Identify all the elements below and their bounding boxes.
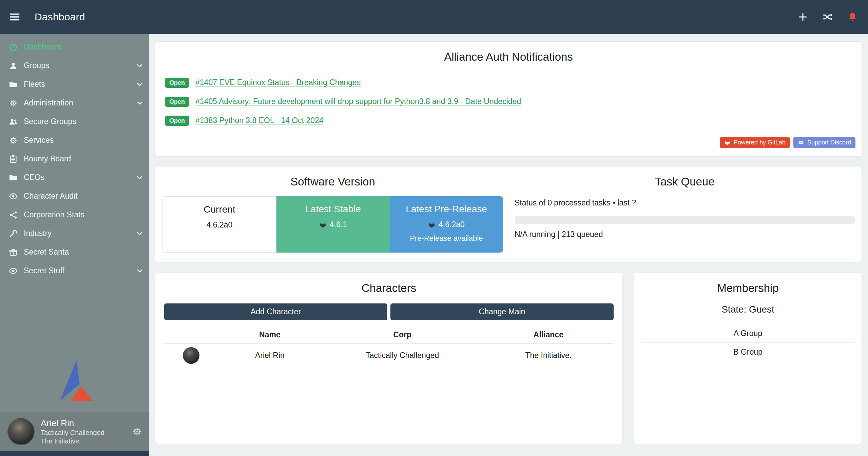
- characters-panel: Characters Add Character Change Main Nam…: [155, 273, 623, 444]
- page-title: Dashboard: [35, 11, 85, 23]
- chevron-down-icon: [135, 80, 144, 89]
- membership-groups-list: A Group B Group: [642, 324, 854, 361]
- notifications-footer: Powered by GitLab Support Discord: [155, 130, 862, 156]
- sidebar-item-label: Dashboard: [24, 42, 62, 52]
- sidebar-item-label: Services: [24, 136, 54, 145]
- corp-column-header: Corp: [322, 325, 483, 344]
- sidebar-item-services[interactable]: Services: [0, 131, 149, 150]
- task-queue-progress-bar: [515, 216, 855, 224]
- lower-panels-row: Characters Add Character Change Main Nam…: [155, 273, 862, 444]
- people-icon: [9, 117, 18, 126]
- alliance-logo: [55, 360, 94, 403]
- avatar-column-header: [164, 325, 218, 344]
- user-settings-gear-icon[interactable]: [132, 427, 142, 437]
- gitlab-tanuki-icon: [319, 221, 327, 229]
- version-cell-label: Current: [163, 204, 276, 215]
- character-corp: Tactically Challenged: [322, 344, 483, 367]
- gear-icon: [9, 136, 18, 145]
- sidebar-item-corporation-stats[interactable]: Corporation Stats: [0, 205, 149, 224]
- list-item: B Group: [642, 342, 854, 361]
- stable-version-value: 4.6.1: [330, 220, 347, 229]
- gitlab-tanuki-icon: [724, 139, 731, 146]
- sidebar-menu: Dashboard Groups Fleets Administration S…: [0, 34, 149, 280]
- sidebar-item-groups[interactable]: Groups: [0, 56, 149, 75]
- notifications-bell-icon[interactable]: [847, 12, 858, 22]
- version-cell-prerelease: Latest Pre-Release 4.6.2a0 Pre-Release a…: [390, 196, 503, 253]
- shuffle-icon[interactable]: [822, 12, 833, 22]
- discord-icon: [798, 139, 804, 146]
- task-queue-status: Status of 0 processed tasks • last ?: [515, 198, 855, 207]
- discord-badge[interactable]: Support Discord: [793, 137, 855, 148]
- sidebar-item-label: Administration: [24, 98, 73, 107]
- current-version-value: 4.6.2a0: [207, 220, 233, 230]
- sidebar-item-secret-santa[interactable]: Secret Santa: [0, 243, 149, 261]
- sidebar-item-secure-groups[interactable]: Secure Groups: [0, 112, 149, 131]
- prerelease-version-value: 4.6.2a0: [439, 220, 465, 229]
- prerelease-note: Pre-Release available: [390, 234, 503, 243]
- sidebar: Dashboard Groups Fleets Administration S…: [0, 34, 149, 456]
- chevron-down-icon: [135, 229, 144, 238]
- add-character-icon[interactable]: [798, 12, 808, 22]
- status-badge: Open: [165, 97, 189, 107]
- notification-row: Open #1407 EVE Equinox Status - Breaking…: [155, 73, 862, 92]
- characters-actions: Add Character Change Main: [164, 303, 614, 320]
- sidebar-item-secret-stuff[interactable]: Secret Stuff: [0, 261, 149, 280]
- chevron-down-icon: [135, 61, 144, 70]
- version-cell-current: Current 4.6.2a0: [162, 196, 276, 253]
- share-icon: [9, 211, 18, 219]
- user-avatar: [7, 418, 35, 445]
- notification-link[interactable]: #1405 Advisory: Future development will …: [195, 97, 521, 106]
- gitlab-tanuki-icon: [428, 221, 436, 229]
- wrench-icon: [9, 229, 18, 238]
- table-row: Ariel Rin Tactically Challenged The Init…: [164, 344, 614, 367]
- top-navbar: Dashboard: [0, 0, 868, 34]
- user-meta: Ariel Rin Tactically Challenged The Init…: [41, 418, 104, 446]
- list-item: A Group: [642, 324, 854, 342]
- sidebar-item-ceos[interactable]: CEOs: [0, 168, 149, 187]
- status-badge: Open: [165, 116, 189, 126]
- sidebar-item-industry[interactable]: Industry: [0, 224, 149, 243]
- characters-title: Characters: [155, 282, 622, 295]
- sidebar-item-label: Industry: [24, 229, 52, 238]
- dashboard-gauge-icon: [9, 43, 18, 52]
- add-character-button[interactable]: Add Character: [164, 303, 387, 320]
- character-alliance: The Initiative.: [483, 344, 614, 367]
- notifications-list: Open #1407 EVE Equinox Status - Breaking…: [155, 73, 862, 130]
- navbar-actions: [798, 12, 858, 22]
- sidebar-item-administration[interactable]: Administration: [0, 94, 149, 112]
- version-table: Current 4.6.2a0 Latest Stable 4.6.1 Late…: [162, 196, 503, 253]
- sidebar-item-label: Secure Groups: [24, 117, 76, 126]
- sidebar-item-fleets[interactable]: Fleets: [0, 75, 149, 94]
- gitlab-badge-label: Powered by GitLab: [734, 139, 786, 146]
- character-avatar: [183, 347, 199, 364]
- eye-icon: [9, 192, 18, 201]
- sidebar-item-label: Secret Santa: [24, 247, 69, 257]
- sidebar-footer-strip: [0, 451, 149, 456]
- main-content: Alliance Auth Notifications Open #1407 E…: [149, 34, 868, 456]
- sidebar-item-character-audit[interactable]: Character Audit: [0, 187, 149, 205]
- notification-link[interactable]: #1383 Python 3.8 EOL - 14 Oct 2024: [195, 116, 324, 125]
- version-cell-label: Latest Stable: [276, 204, 390, 215]
- change-main-button[interactable]: Change Main: [390, 303, 614, 320]
- hamburger-menu-icon[interactable]: [9, 11, 20, 23]
- task-queue-counts: N/A running | 213 queued: [515, 230, 855, 239]
- membership-state: State: Guest: [634, 304, 862, 315]
- software-version-panel: Software Version Current 4.6.2a0 Latest …: [155, 167, 862, 262]
- notification-row: Open #1405 Advisory: Future development …: [155, 92, 862, 111]
- sidebar-item-dashboard[interactable]: Dashboard: [0, 38, 149, 56]
- sidebar-item-bounty-board[interactable]: Bounty Board: [0, 150, 149, 168]
- sidebar-item-label: Corporation Stats: [24, 210, 84, 219]
- software-version-title: Software Version: [162, 175, 503, 188]
- sidebar-item-label: Character Audit: [24, 192, 78, 201]
- name-column-header: Name: [218, 325, 322, 344]
- characters-table: Name Corp Alliance Ariel Rin Tactically …: [164, 325, 614, 367]
- notification-link[interactable]: #1407 EVE Equinox Status - Breaking Chan…: [195, 78, 361, 87]
- sidebar-item-label: CEOs: [24, 173, 44, 182]
- discord-badge-label: Support Discord: [807, 139, 851, 146]
- gitlab-badge[interactable]: Powered by GitLab: [720, 137, 790, 148]
- notification-row: Open #1383 Python 3.8 EOL - 14 Oct 2024: [155, 111, 862, 130]
- clipboard-icon: [9, 155, 18, 163]
- characters-table-header: Name Corp Alliance: [164, 325, 614, 344]
- notifications-title: Alliance Auth Notifications: [155, 51, 862, 63]
- sidebar-item-label: Bounty Board: [24, 154, 71, 163]
